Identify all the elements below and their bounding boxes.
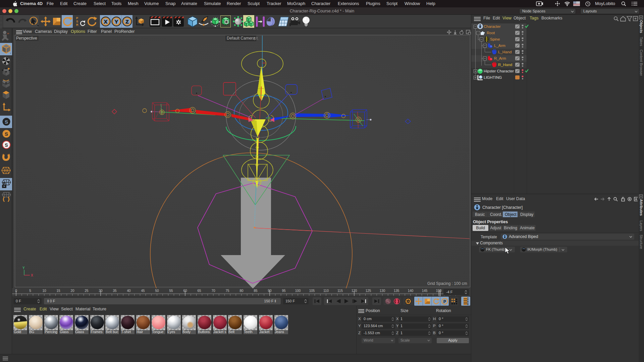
svg-text:40: 40 <box>127 289 131 293</box>
svg-text:80: 80 <box>239 289 244 293</box>
svg-text:S: S <box>76 20 78 23</box>
svg-text:145: 145 <box>422 289 428 293</box>
svg-text:S: S <box>5 142 8 148</box>
svg-text:85: 85 <box>254 289 258 293</box>
svg-text:95: 95 <box>282 289 286 293</box>
svg-text:55: 55 <box>169 289 173 293</box>
svg-text:P: P <box>443 299 446 304</box>
svg-text:P: P <box>76 16 78 20</box>
svg-text:20: 20 <box>70 289 74 293</box>
svg-text:110: 110 <box>323 289 329 293</box>
svg-text:130: 130 <box>380 289 385 293</box>
svg-text:R: R <box>76 23 78 26</box>
svg-text:50: 50 <box>155 289 159 293</box>
svg-text:75: 75 <box>225 289 229 293</box>
svg-text:45: 45 <box>141 289 145 293</box>
svg-text:X: X <box>104 19 107 24</box>
svg-text:35: 35 <box>113 289 117 293</box>
svg-text:140: 140 <box>408 289 414 293</box>
svg-text:S: S <box>5 131 8 137</box>
svg-text:25: 25 <box>85 289 89 293</box>
svg-text:Z: Z <box>125 19 128 24</box>
svg-text:5: 5 <box>29 289 31 293</box>
svg-text:115: 115 <box>337 289 343 293</box>
svg-text:125: 125 <box>366 289 371 293</box>
svg-text:Y: Y <box>115 19 118 24</box>
svg-text:135: 135 <box>394 289 399 293</box>
svg-text:S: S <box>5 119 8 125</box>
svg-text:10: 10 <box>42 289 46 293</box>
svg-text:15: 15 <box>56 289 60 293</box>
svg-text:65: 65 <box>197 289 201 293</box>
svg-text:70: 70 <box>211 289 215 293</box>
svg-text:100: 100 <box>295 289 301 293</box>
svg-text:105: 105 <box>309 289 315 293</box>
